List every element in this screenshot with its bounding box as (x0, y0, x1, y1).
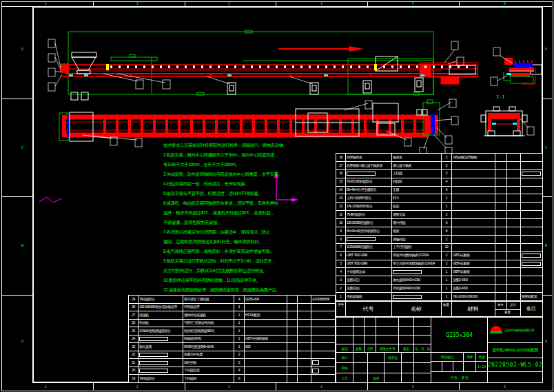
cell-item-no: 3 (336, 276, 345, 284)
note-line: 技术要求 1.安装前应对各零部件进行检查，清除油污、锈蚀及杂物。 (163, 141, 311, 150)
note-line: 3.传动滚筒、改向滚筒轴线应与机架纵向中心线垂直，水平安装。 (163, 169, 311, 179)
zone-label: 6 (504, 384, 506, 389)
cell-unit-weight (495, 227, 506, 235)
zone-label: A (21, 339, 23, 343)
header-unit: 单件 (495, 303, 506, 307)
cell-unit-weight (495, 178, 506, 186)
cell-remark (521, 219, 542, 227)
cell-remark (311, 327, 335, 335)
cell-remark (311, 311, 335, 319)
cell-code: 1号-100组焊件部分 (346, 203, 391, 210)
cell-item-no: 22 (129, 351, 138, 359)
zone-label: D (21, 47, 23, 51)
cell-qty: 1 (442, 194, 451, 202)
cell-qty: 1 (234, 327, 244, 335)
cell-remark (521, 187, 542, 194)
cell-total-weight (298, 375, 311, 382)
cell-unit-weight (495, 194, 506, 202)
cell-code: 见图1(右) (346, 285, 391, 292)
note-line: 12.涂漆前表面除锈处理，涂防锈底漆两道，面漆颜色由用户定。 (163, 285, 311, 295)
cell-qty: 2 (442, 236, 451, 243)
cell-code: 60×40×4矩形管横梁部分 (346, 227, 391, 235)
note-line: 后方可投料运行，负载试车时注意观察各部位运行情况。 (163, 266, 311, 276)
cell-unit-weight (287, 343, 297, 351)
zone-label: 4 (320, 384, 322, 389)
cell-qty: 4 (234, 296, 244, 303)
cell-name: 支腿 (392, 187, 441, 194)
cell-remark (311, 320, 335, 327)
cell-remark (521, 194, 542, 202)
cell-unit-weight (495, 260, 506, 268)
cell-item-no: 18 (336, 154, 345, 161)
cell-item-no: 21 (129, 359, 138, 367)
cell-material: 60S (245, 343, 287, 351)
cell-material (245, 351, 287, 359)
cell-qty: 1 (442, 268, 451, 276)
cell-name: 电控柜(变频调速380V) (183, 327, 234, 335)
cell-name: 料斗 (392, 194, 441, 202)
cell-code: 130-60/300托辊部分 (346, 219, 391, 227)
company-logo (490, 326, 502, 334)
note-line: 每10米不大于10mm，全长不大于35mm。 (163, 160, 311, 169)
cell-total-weight (507, 293, 520, 300)
cell-remark (311, 359, 335, 367)
cell-total-weight (298, 304, 311, 311)
cell-item-no: 12 (336, 203, 345, 210)
cell-name: 横梁 (392, 227, 441, 235)
cell-name: 张紧丝杆装置 (183, 351, 234, 359)
cell-code: 10.5kW变频调速器部分 (138, 327, 183, 335)
note-line: 4.托辊安装间距一致，转动灵活，无卡阻现象。 (163, 179, 311, 189)
cell-name: 环形输送带 (183, 304, 234, 311)
note-line: 温升：轴承不得超过40℃，减速机不得超过60℃，各密封处， (163, 208, 311, 218)
note-line: 7.各润滑点按规定加注润滑脂，油量适中，保持清洁，防止， (163, 227, 311, 237)
cell-total-weight (507, 154, 520, 161)
note-line: 8.电气接线正确可靠，接地良好，各保护装置动作灵敏可靠。 (163, 247, 311, 256)
cell-name: 上平行托辊组 (392, 244, 441, 251)
cell-item-no: 4 (336, 268, 345, 276)
note-line: 漏油，定期检查润滑情况并及时补充，确保润滑良好。 (163, 237, 311, 247)
note-line: 6.减速机、电动机安装同轴度符合要求，运转平稳，无异常声响， (163, 198, 311, 208)
cell-total-weight (507, 236, 520, 243)
cell-unit-weight (495, 236, 506, 243)
cell-qty: 1 (442, 285, 451, 292)
label-approve: 批准 (367, 373, 384, 383)
cell-material (452, 187, 495, 194)
cell-total-weight (298, 327, 311, 335)
cell-unit-weight (495, 187, 506, 194)
cell-unit-weight (495, 219, 506, 227)
cell-unit-weight (287, 327, 297, 335)
cell-material (245, 375, 287, 382)
header-remark: 备注 (520, 305, 542, 312)
label-review: 审核 (336, 362, 353, 373)
cell-unit-weight (495, 211, 506, 218)
cell-name: 托辊组 (392, 178, 441, 186)
cell-material (452, 236, 495, 243)
cell-name: 改向滚筒Φ400×1060 (392, 276, 441, 284)
cell-code: GB/T 7810-1996 (346, 252, 391, 260)
cell-code: 113/16/308托辊部分 (346, 244, 391, 251)
cell-remark (521, 170, 542, 178)
cell-remark (521, 236, 542, 243)
cell-remark (521, 178, 542, 186)
cell-unit-weight (287, 311, 297, 319)
material-mark: Q235+304 (431, 317, 488, 353)
cell-qty: 2 (442, 260, 451, 268)
cell-total-weight (507, 187, 520, 194)
zone-label: B (545, 243, 547, 247)
cell-name: 导料挡板 (183, 359, 234, 367)
cell-code: 76托辊部分 (138, 296, 183, 303)
cell-code: 电动机 (138, 320, 183, 327)
zone-label: A (545, 339, 547, 343)
note-line: 2.机架安装：横向中心线偏移不大于3mm，纵向中心线直线度， (163, 150, 311, 160)
cell-material (452, 244, 495, 251)
cell-remark (521, 227, 542, 235)
cell-remark (311, 351, 335, 359)
label-weight: 质量 (463, 352, 476, 362)
cell-code: 130-106/160/条纹花纹输送带 (138, 304, 183, 311)
cell-total-weight (507, 170, 520, 178)
cell-total-weight (298, 296, 311, 303)
cell-code: 上料斗组焊件部分 (346, 194, 391, 202)
header-total: 总计 (506, 303, 520, 307)
cell-remark (311, 336, 335, 343)
cell-total-weight (298, 320, 311, 327)
